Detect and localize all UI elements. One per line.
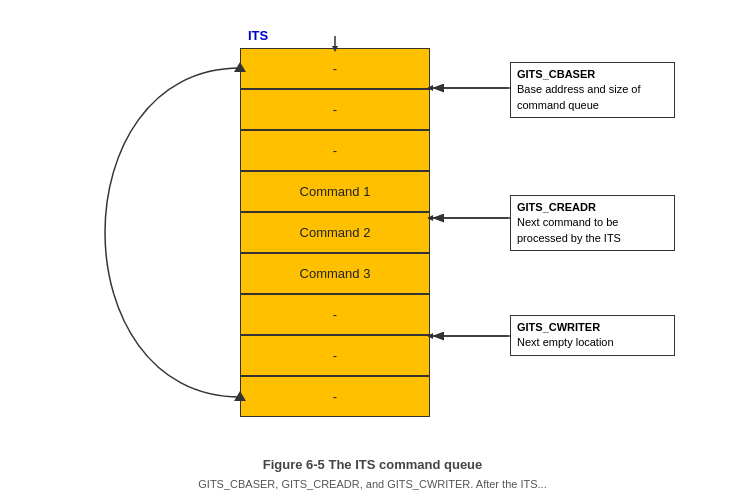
- figure-subcaption: GITS_CBASER, GITS_CREADR, and GITS_CWRIT…: [0, 478, 745, 490]
- dash-box: -: [240, 335, 430, 376]
- annotation-cbaser: GITS_CBASERBase address and size of comm…: [510, 62, 675, 118]
- dash-box: -: [240, 89, 430, 130]
- annotation-title-cwriter: GITS_CWRITER: [517, 320, 668, 335]
- annotation-title-cbaser: GITS_CBASER: [517, 67, 668, 82]
- dash-box: -: [240, 376, 430, 417]
- diagram-container: ITS ---Command 1Command 2Command 3--- GI…: [0, 0, 745, 500]
- its-label: ITS: [248, 28, 268, 43]
- command-box: Command 3: [240, 253, 430, 294]
- dash-box: -: [240, 294, 430, 335]
- annotation-body-cbaser: Base address and size of command queue: [517, 83, 641, 110]
- annotation-body-cwriter: Next empty location: [517, 336, 614, 348]
- command-box: Command 1: [240, 171, 430, 212]
- figure-caption: Figure 6-5 The ITS command queue: [0, 457, 745, 472]
- annotation-title-creadr: GITS_CREADR: [517, 200, 668, 215]
- annotation-body-creadr: Next command to be processed by the ITS: [517, 216, 621, 243]
- annotation-creadr: GITS_CREADRNext command to be processed …: [510, 195, 675, 251]
- dash-box: -: [240, 48, 430, 89]
- annotation-cwriter: GITS_CWRITERNext empty location: [510, 315, 675, 356]
- queue-column: ---Command 1Command 2Command 3---: [240, 48, 430, 417]
- dash-box: -: [240, 130, 430, 171]
- command-box: Command 2: [240, 212, 430, 253]
